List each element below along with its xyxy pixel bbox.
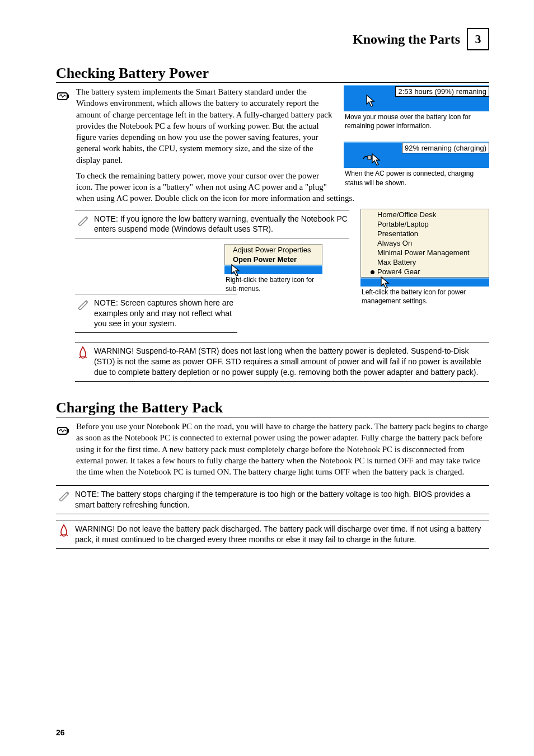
menu-item-home-office[interactable]: Home/Office Desk: [363, 210, 489, 219]
note-icon: [75, 298, 91, 313]
page-number: 26: [56, 728, 65, 737]
svg-marker-2: [367, 95, 374, 106]
menu-item-adjust-power[interactable]: Adjust Power Properties: [225, 245, 322, 255]
taskbar-strip-4: [360, 278, 489, 287]
caption-1: Move your mouse over the battery icon fo…: [345, 112, 489, 130]
caption-2: When the AC power is connected, charging…: [345, 169, 489, 187]
menu-item-minimal[interactable]: Minimal Power Management: [363, 248, 489, 257]
menu-item-max-battery[interactable]: Max Battery: [363, 257, 489, 267]
note-battery-stops: NOTE: The battery stops charging if the …: [56, 485, 489, 514]
caption-4: Left-click the battery icon for power ma…: [362, 288, 489, 306]
battery-context-menu: Adjust Power Properties Open Power Meter: [224, 244, 322, 265]
battery-tooltip-remaining: 2:53 hours (99%) remaning: [395, 86, 489, 97]
menu-item-always-on[interactable]: Always On: [363, 238, 489, 248]
menu-item-open-power-meter[interactable]: Open Power Meter: [225, 255, 322, 264]
taskbar-strip-3: [224, 265, 322, 274]
header-title: Knowing the Parts: [353, 32, 460, 47]
note-icon: [56, 489, 72, 504]
battery-glyph-icon: [57, 90, 69, 104]
taskbar-battery-tooltip-2: 92% remaning (charging): [344, 142, 489, 168]
body-paragraph-2: Before you use your Notebook PC on the r…: [76, 421, 489, 477]
page-header: Knowing the Parts 3: [56, 28, 489, 50]
caption-3: Right-click the battery icon for sub-men…: [226, 275, 322, 293]
svg-marker-8: [232, 265, 239, 276]
menu-item-power4gear[interactable]: Power4 Gear: [363, 267, 489, 276]
battery-glyph-icon: [57, 424, 69, 439]
section-checking-battery: Checking Battery Power: [56, 65, 489, 83]
menu-item-portable[interactable]: Portable/Laptop: [363, 219, 489, 229]
cursor-icon: [372, 153, 382, 166]
power-scheme-menu: Home/Office Desk Portable/Laptop Present…: [360, 209, 489, 278]
warning-icon: [75, 346, 91, 362]
warning-icon: [56, 524, 72, 540]
warning-str: WARNING! Suspend-to-RAM (STR) does not l…: [75, 342, 489, 382]
section-charging-battery: Charging the Battery Pack: [56, 400, 489, 417]
svg-marker-6: [372, 154, 380, 165]
svg-rect-10: [67, 429, 69, 433]
cursor-icon: [231, 264, 241, 276]
cursor-icon: [366, 95, 376, 107]
svg-rect-1: [67, 95, 69, 98]
warning-discharged: WARNING! Do not leave the battery pack d…: [56, 520, 489, 549]
chapter-number-box: 3: [467, 28, 489, 50]
svg-marker-7: [381, 277, 388, 288]
note-icon: [75, 214, 91, 229]
taskbar-battery-tooltip-1: 2:53 hours (99%) remaning: [344, 85, 489, 111]
note-low-battery: NOTE: If you ignore the low battery warn…: [75, 210, 349, 239]
svg-rect-3: [368, 156, 371, 159]
cursor-icon: [381, 276, 391, 289]
note-screen-captures: NOTE: Screen captures shown here are exa…: [75, 294, 237, 334]
battery-tooltip-charging: 92% remaning (charging): [402, 143, 489, 153]
menu-item-presentation[interactable]: Presentation: [363, 229, 489, 238]
